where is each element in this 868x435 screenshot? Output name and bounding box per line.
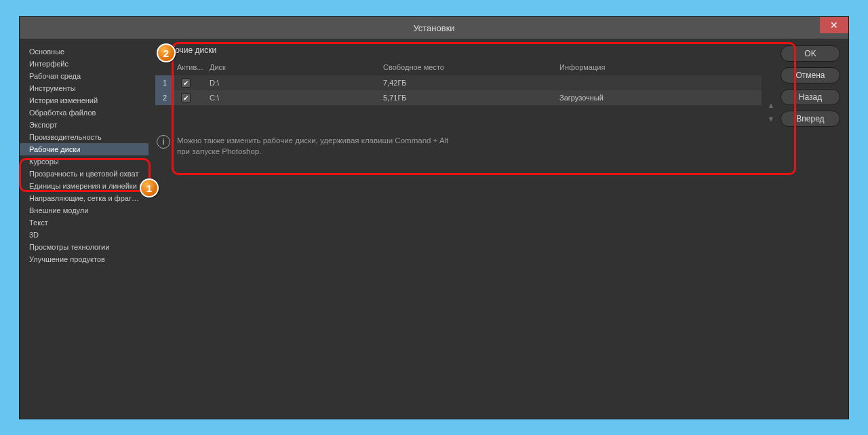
header-disk: Диск	[207, 63, 383, 71]
sidebar-item[interactable]: 3D	[20, 229, 149, 241]
info-icon: i	[157, 135, 170, 149]
sidebar-item[interactable]: Направляющие, сетка и фрагменты	[20, 192, 149, 204]
header-free: Свободное место	[383, 63, 559, 71]
sidebar-item[interactable]: Просмотры технологии	[20, 241, 149, 253]
hint-text: Можно также изменить рабочие диски, удер…	[177, 135, 448, 157]
info-cell: Загрузочный	[559, 94, 762, 102]
arrow-up-icon[interactable]: ▲	[768, 101, 775, 109]
close-button[interactable]: ✕	[820, 17, 848, 33]
table-header: Актив... Диск Свободное место Информация	[155, 60, 762, 75]
sidebar-item[interactable]: Прозрачность и цветовой охват	[20, 168, 149, 180]
sidebar-item[interactable]: Экспорт	[20, 119, 149, 131]
row-number: 2	[155, 90, 174, 105]
checkbox[interactable]: ✔	[181, 93, 191, 102]
sidebar-item[interactable]: Рабочая среда	[20, 70, 149, 82]
table-row[interactable]: 1✔D:\7,42ГБ	[155, 75, 762, 90]
ok-button[interactable]: OK	[781, 45, 840, 62]
sidebar-item[interactable]: Рабочие диски	[20, 143, 149, 155]
sidebar-item[interactable]: Внешние модули	[20, 204, 149, 216]
sidebar-item[interactable]: История изменений	[20, 94, 149, 107]
sidebar-item[interactable]: Производительность	[20, 131, 149, 143]
row-number: 1	[155, 75, 174, 90]
free-cell: 5,71ГБ	[383, 94, 559, 102]
disk-cell: D:\	[207, 79, 383, 87]
checkbox[interactable]: ✔	[181, 78, 191, 88]
callout-badge-2: 2	[157, 43, 176, 62]
window-title: Установки	[413, 23, 454, 33]
sidebar-item[interactable]: Курсоры	[20, 155, 149, 168]
sidebar-item[interactable]: Улучшение продуктов	[20, 253, 149, 265]
close-icon: ✕	[830, 20, 838, 31]
active-cell: ✔	[174, 93, 207, 102]
scratch-disk-table: Актив... Диск Свободное место Информация…	[155, 60, 762, 123]
sidebar-item[interactable]: Обработка файлов	[20, 107, 149, 119]
cancel-button[interactable]: Отмена	[781, 67, 840, 83]
arrow-down-icon[interactable]: ▼	[768, 115, 775, 123]
preferences-window: Установки ✕ ОсновныеИнтерфейсРабочая сре…	[19, 16, 849, 419]
sidebar-item[interactable]: Интерфейс	[20, 58, 149, 70]
free-cell: 7,42ГБ	[383, 79, 559, 87]
reorder-arrows: ▲ ▼	[762, 60, 781, 123]
table-row[interactable]: 2✔C:\5,71ГБЗагрузочный	[155, 90, 762, 105]
dialog-buttons: OK Отмена Назад Вперед	[781, 39, 848, 419]
main-panel: Рабочие диски Актив... Диск Свободное ме…	[149, 39, 781, 419]
panel-title: Рабочие диски	[149, 39, 781, 60]
header-info: Информация	[559, 63, 762, 71]
sidebar-item[interactable]: Единицы измерения и линейки	[20, 180, 149, 192]
sidebar-item[interactable]: Инструменты	[20, 82, 149, 94]
next-button[interactable]: Вперед	[781, 111, 840, 127]
sidebar-item[interactable]: Текст	[20, 216, 149, 229]
disk-cell: C:\	[207, 94, 383, 102]
back-button[interactable]: Назад	[781, 89, 840, 105]
active-cell: ✔	[174, 78, 207, 88]
sidebar: ОсновныеИнтерфейсРабочая средаИнструмент…	[20, 39, 149, 419]
sidebar-item[interactable]: Основные	[20, 45, 149, 58]
titlebar: Установки ✕	[20, 17, 848, 39]
callout-badge-1: 1	[140, 178, 159, 197]
header-active: Актив...	[174, 63, 207, 71]
